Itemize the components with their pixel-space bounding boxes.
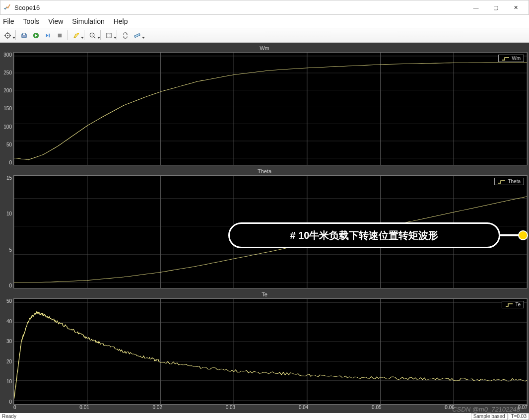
svg-point-11 [77, 32, 79, 34]
toolbar [0, 28, 529, 43]
svg-point-1 [7, 35, 8, 36]
minimize-button[interactable]: — [466, 0, 486, 14]
sync-button[interactable] [120, 30, 131, 41]
maximize-button[interactable]: ▢ [486, 0, 506, 14]
svg-rect-17 [134, 33, 140, 37]
menu-view[interactable]: View [48, 17, 63, 25]
titlebar: Scope16 — ▢ ✕ [0, 0, 529, 15]
matlab-logo-icon [3, 3, 11, 11]
chart-panel-wm: Wm300250200150100500Wm [1, 44, 528, 165]
y-axis-labels: 50403020100 [1, 298, 13, 405]
measure-button[interactable] [132, 30, 142, 41]
status-mode: Sample based [471, 413, 508, 420]
window-title: Scope16 [14, 4, 466, 11]
menubar: File Tools View Simulation Help [0, 15, 529, 28]
highlight-button[interactable] [70, 30, 81, 41]
axes[interactable]: Te [13, 298, 528, 405]
annotation-connector [500, 234, 520, 236]
x-axis-labels: 00.010.020.030.040.050.060.07 [1, 405, 528, 412]
menu-help[interactable]: Help [114, 17, 128, 25]
menu-tools[interactable]: Tools [23, 17, 40, 25]
axes[interactable]: Wm [13, 52, 528, 165]
chart-panel-te: Te50403020100Te00.010.020.030.040.050.06… [1, 290, 528, 412]
status-bar: Ready Sample based T=0.03 [0, 413, 529, 420]
chart-title: Te [1, 290, 528, 298]
annotation-text: # 10牛米负载下转速位置转矩波形 [290, 229, 439, 242]
close-button[interactable]: ✕ [506, 0, 526, 14]
annotation-bubble: # 10牛米负载下转速位置转矩波形 [228, 222, 500, 248]
autoscale-button[interactable] [103, 30, 114, 41]
print-button[interactable] [18, 30, 29, 41]
svg-rect-7 [22, 33, 25, 35]
legend: Theta [494, 178, 524, 185]
svg-rect-9 [49, 33, 50, 37]
run-button[interactable] [30, 30, 41, 41]
svg-rect-10 [58, 33, 62, 37]
legend: Te [502, 301, 524, 308]
y-axis-labels: 300250200150100500 [1, 52, 13, 165]
menu-file[interactable]: File [3, 17, 14, 25]
settings-button[interactable] [2, 30, 13, 41]
chart-title: Theta [1, 167, 528, 175]
stop-button[interactable] [54, 30, 65, 41]
step-button[interactable] [42, 30, 53, 41]
status-time: T=0.03 [509, 413, 529, 420]
chart-title: Wm [1, 44, 528, 52]
svg-line-13 [93, 36, 95, 38]
y-axis-labels: 151050 [1, 175, 13, 288]
watermark: CSDN @m0_72102248 [452, 406, 520, 413]
annotation-endpoint [518, 230, 528, 240]
status-ready: Ready [0, 414, 470, 419]
legend: Wm [498, 55, 524, 62]
menu-simulation[interactable]: Simulation [72, 17, 104, 25]
zoom-button[interactable] [87, 30, 98, 41]
